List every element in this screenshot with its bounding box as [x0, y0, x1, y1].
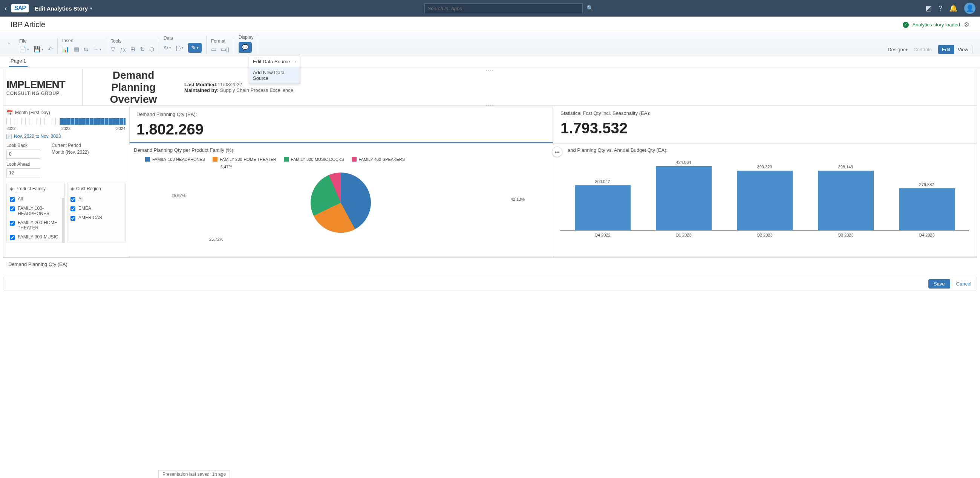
tab-page1[interactable]: Page 1 [9, 56, 27, 67]
pie-slice-label: 42,13% [511, 197, 525, 202]
mode-view[interactable]: View [954, 45, 972, 54]
help-icon[interactable]: ? [939, 5, 942, 13]
time-slider[interactable] [6, 118, 126, 125]
pf-item-label: FAMILY 200-HOME THEATER [18, 220, 61, 230]
data-dropdown: Edit Data Source › Add New Data Source [249, 56, 300, 84]
designer-button[interactable]: Designer [888, 47, 907, 52]
kpi-demand-planning[interactable]: Demand Planning Qty (EA): 1.802.269 [129, 106, 553, 143]
copy-format-button[interactable]: ▭ [211, 46, 216, 53]
drag-handle-icon[interactable]: •••• [486, 68, 494, 72]
mode-edit[interactable]: Edit [938, 45, 954, 54]
variables-button[interactable]: { }▾ [176, 45, 184, 51]
search-icon[interactable]: 🔍 [587, 5, 593, 12]
bottom-toolbar: Save Cancel [3, 277, 977, 291]
look-back-input[interactable]: 0 [6, 149, 40, 159]
dropdown-add-new-data-source[interactable]: Add New Data Source [249, 67, 300, 84]
look-ahead-input[interactable]: 12 [6, 168, 40, 178]
settings-icon[interactable]: ⚙ [964, 21, 969, 29]
bar-value: 398.149 [838, 165, 853, 169]
insert-more-button[interactable]: ＋▾ [93, 46, 102, 53]
bar [899, 188, 955, 230]
save-button[interactable]: 💾▾ [33, 46, 43, 53]
hierarchy-icon: ◈ [10, 186, 13, 191]
undo-button[interactable]: ↶ [48, 46, 53, 53]
reg-item-checkbox[interactable] [70, 216, 75, 221]
shell-search: 🔍 [425, 3, 593, 13]
page-title: IBP Article [11, 20, 45, 29]
link-dimensions-button[interactable]: ⇅ [140, 46, 145, 53]
drag-handle-icon[interactable]: •••• [486, 103, 494, 107]
insert-table-button[interactable]: ▦ [74, 46, 79, 53]
composite-button[interactable]: ⬡ [149, 46, 154, 53]
story-toolbar: ˄ File 📄▾ 💾▾ ↶ Insert 📊 ▦ ⇆ ＋▾ Tools ▽ ƒ… [0, 33, 980, 56]
tl-mid: 2023 [61, 126, 70, 131]
axis-label: Q4 2023 [892, 233, 961, 237]
insert-control-button[interactable]: ⇆ [84, 46, 89, 53]
axis-label: Q3 2023 [811, 233, 880, 237]
user-avatar[interactable]: 👤 [964, 3, 975, 14]
chart-more-button[interactable]: ••• [552, 146, 562, 157]
bar-value: 424.864 [676, 160, 691, 165]
month-filter-label: Month (First Day) [15, 110, 50, 115]
kpi-stat-forecast[interactable]: Statistical Fcst Qty incl. Seasonality (… [554, 106, 977, 143]
region-header: Cust Region [76, 186, 101, 191]
shell-title[interactable]: Edit Analytics Story [35, 5, 88, 12]
pie-slice-label: 25,72% [209, 237, 223, 241]
axis-label: Q1 2023 [649, 233, 718, 237]
logo-text-2: CONSULTING GROUP_ [6, 91, 79, 96]
range-checkbox[interactable]: ✓ [6, 134, 12, 139]
chevron-down-icon[interactable]: ▾ [90, 6, 92, 11]
pf-item-checkbox[interactable] [10, 206, 15, 211]
group-format-label: Format [211, 38, 229, 44]
pf-item-checkbox[interactable] [10, 235, 15, 240]
reg-item-checkbox[interactable] [70, 206, 75, 211]
dropdown-item-label: Add New Data Source [253, 70, 296, 81]
pie-chart-widget[interactable]: Demand Planning Qty per Product Family (… [129, 144, 552, 257]
bar-chart-widget[interactable]: ••• and Planning Qty vs. Annual Budget Q… [553, 144, 976, 257]
collapse-toolbar-icon[interactable]: ˄ [8, 42, 15, 48]
search-input[interactable] [425, 3, 583, 13]
pf-item-checkbox[interactable] [10, 221, 15, 226]
dropdown-item-label: Edit Data Source [253, 59, 290, 64]
pf-all-checkbox[interactable] [10, 197, 15, 202]
formula-button[interactable]: ƒx [120, 46, 126, 53]
scrollbar[interactable] [62, 198, 64, 243]
footer-kpi-label: Demand Planning Qty (EA): [3, 258, 977, 271]
bar-value: 279.887 [919, 182, 934, 187]
legend-swatch [284, 157, 289, 162]
header-card[interactable]: •••• IMPLEMENT CONSULTING GROUP_ Demand … [3, 69, 977, 106]
comments-button[interactable]: 💬 [239, 42, 252, 53]
sap-logo[interactable]: SAP [11, 4, 29, 13]
company-logo: IMPLEMENT CONSULTING GROUP_ [3, 69, 83, 105]
back-button[interactable]: ‹ [5, 5, 7, 13]
controls-button[interactable]: Controls [913, 47, 931, 52]
reg-item-label: AMERICAS [78, 215, 102, 220]
page-header: IBP Article ✓ Analytics story loaded ⚙ [0, 17, 980, 33]
status-text: Analytics story loaded [913, 22, 960, 27]
format-screens-button[interactable]: ▭▯ [221, 46, 229, 53]
story-title: Demand Planning Overview [83, 69, 184, 105]
tl-end: 2024 [116, 126, 126, 131]
edit-data-button[interactable]: ✎▾ [188, 43, 202, 53]
page-tabs: Page 1 [0, 56, 980, 67]
reg-all-label: All [78, 196, 83, 202]
conditional-button[interactable]: ⊞ [130, 46, 135, 53]
filter-button[interactable]: ▽ [111, 46, 115, 53]
dropdown-edit-data-source[interactable]: Edit Data Source › [249, 56, 300, 67]
cancel-button[interactable]: Cancel [956, 281, 971, 287]
content-area: Demand Planning Qty (EA): 1.802.269 Stat… [129, 106, 977, 257]
status-ok-icon: ✓ [903, 22, 909, 28]
save-page-button[interactable]: Save [928, 279, 950, 289]
axis-label: Q4 2022 [568, 233, 637, 237]
refresh-button[interactable]: ↻▾ [164, 44, 171, 51]
notifications-icon[interactable]: 🔔 [949, 4, 958, 13]
bar [818, 171, 874, 230]
bar-value: 300.047 [595, 179, 610, 184]
kpi-label: Statistical Fcst Qty incl. Seasonality (… [560, 110, 970, 116]
file-menu-button[interactable]: 📄▾ [19, 46, 29, 53]
dashboard-body: 📅Month (First Day) 2022 2023 2024 ✓ Nov,… [3, 106, 977, 258]
insert-chart-button[interactable]: 📊 [62, 46, 69, 53]
support-icon[interactable]: ◩ [925, 4, 932, 13]
product-family-filter: ◈Product Family All FAMILY 100-HEADPHONE… [6, 183, 65, 243]
reg-all-checkbox[interactable] [70, 197, 75, 202]
